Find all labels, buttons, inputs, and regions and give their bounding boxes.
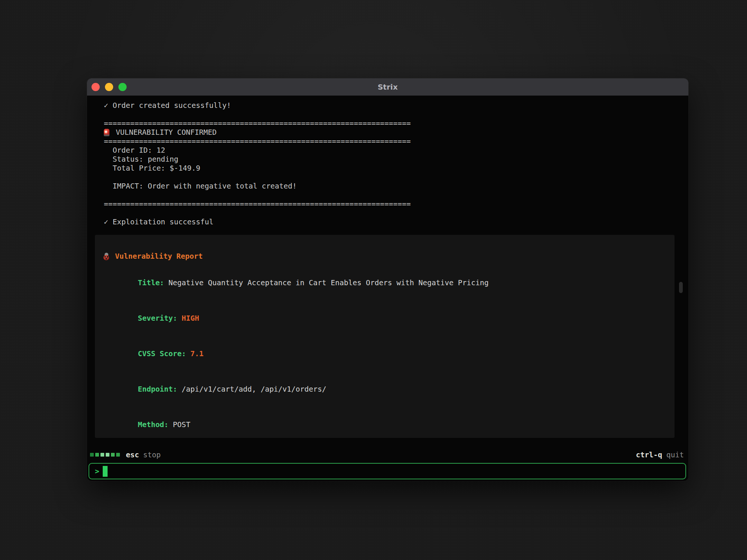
quit-key-hint: ctrl-q [636,451,662,459]
separator-line: ========================================… [104,119,688,128]
separator-line: ========================================… [104,137,688,146]
esc-key-hint: esc [126,451,139,459]
endpoint-label: Endpoint: [138,385,177,393]
log-success-exploitation: ✓ Exploitation successful [104,218,688,227]
separator-line: ========================================… [104,200,688,209]
cvss-score-value: 7.1 [190,349,204,358]
status-line: Status: pending [104,155,688,164]
severity-value: HIGH [182,314,199,323]
status-right: ctrl-q quit [636,451,684,459]
bug-icon [103,253,110,260]
order-id-line: Order ID: 12 [104,146,688,155]
alert-title-row: VULNERABILITY CONFIRMED [104,128,688,137]
title-value: Negative Quantity Acceptance in Cart Ena… [168,279,489,287]
title-label: Title: [138,279,164,287]
terminal-log: ✓ Order created successfully! ==========… [87,96,688,227]
report-cvss-score-row: CVSS Score:7.1 [103,340,666,367]
report-severity-row: Severity:HIGH [103,305,666,332]
endpoint-value: /api/v1/cart/add, /api/v1/orders/ [182,385,326,393]
activity-spinner [90,453,120,457]
log-success-order: ✓ Order created successfully! [104,101,688,110]
input-prompt: > [95,467,99,476]
status-bar: esc stop ctrl-q quit [87,450,688,460]
app-window: Strix ✓ Order created successfully! ====… [87,78,688,481]
total-price-line: Total Price: $-149.9 [104,164,688,173]
command-input[interactable]: > [89,463,686,479]
window-title: Strix [87,78,688,96]
siren-icon [104,129,109,136]
quit-action-label: quit [666,451,684,459]
report-method-row: Method:POST [103,411,666,438]
text-cursor [103,466,108,477]
status-left: esc stop [90,451,161,459]
vulnerability-report-panel[interactable]: Vulnerability Report Title:Negative Quan… [95,235,675,438]
alert-title: VULNERABILITY CONFIRMED [116,128,217,137]
report-endpoint-row: Endpoint:/api/v1/cart/add, /api/v1/order… [103,376,666,403]
terminal-content: ✓ Order created successfully! ==========… [87,96,688,481]
method-label: Method: [138,420,168,429]
cvss-score-label: CVSS Score: [138,349,186,358]
severity-label: Severity: [138,314,177,323]
report-header: Vulnerability Report [115,252,203,261]
method-value: POST [173,420,190,429]
report-header-row: Vulnerability Report [103,252,666,261]
report-title-row: Title:Negative Quantity Acceptance in Ca… [103,270,666,296]
impact-line: IMPACT: Order with negative total create… [104,182,688,191]
esc-action-label: stop [143,451,161,459]
scrollbar-thumb[interactable] [679,282,683,293]
titlebar[interactable]: Strix [87,78,688,96]
